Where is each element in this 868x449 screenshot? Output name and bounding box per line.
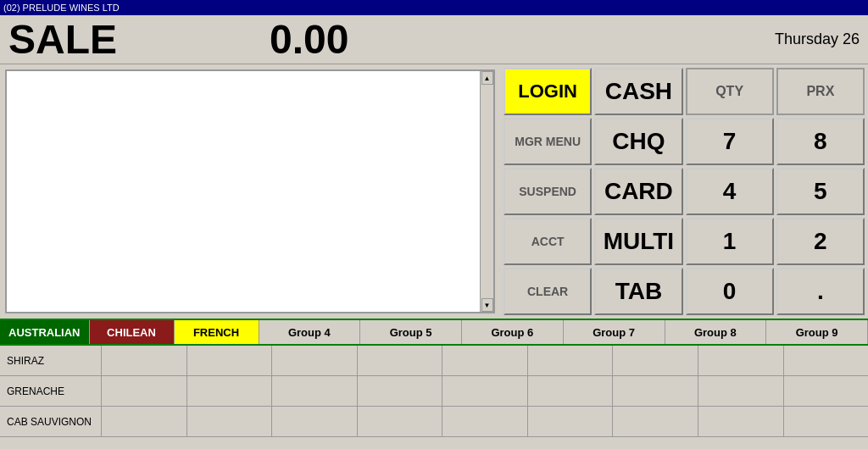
product-label: SHIRAZ [0, 346, 102, 375]
product-cell[interactable] [187, 407, 273, 436]
header: SALE 0.00 Thursday 26 [0, 15, 868, 64]
table-row: SHIRAZ [0, 346, 868, 376]
num5-button[interactable]: 5 [776, 168, 865, 215]
multi-button[interactable]: MULTI [594, 218, 682, 265]
product-cell[interactable] [102, 346, 187, 375]
suspend-button[interactable]: SUSPEND [504, 168, 592, 215]
dot-button[interactable]: . [776, 268, 865, 315]
product-cell[interactable] [784, 407, 869, 436]
cat-tab-2[interactable]: FRENCH [175, 320, 259, 344]
product-cell[interactable] [528, 346, 614, 375]
table-row: GRENACHE [0, 376, 868, 407]
table-row: CAB SAUVIGNON [0, 407, 868, 437]
sale-amount: 0.00 [270, 19, 348, 60]
product-label: CAB SAUVIGNON [0, 407, 102, 436]
product-cell[interactable] [442, 407, 528, 436]
main-area: ▲ ▼ LOGIN CASH QTY PRX MGR MENU CHQ 7 8 … [0, 64, 868, 319]
cat-tab-4[interactable]: Group 5 [360, 320, 462, 344]
product-grid: SHIRAZGRENACHECAB SAUVIGNON [0, 346, 868, 437]
category-tabs: AUSTRALIANCHILEANFRENCHGroup 4Group 5Gro… [0, 319, 868, 346]
cat-tab-1[interactable]: CHILEAN [90, 320, 175, 344]
product-cell[interactable] [102, 407, 187, 436]
cat-tab-6[interactable]: Group 7 [564, 320, 665, 344]
num1-button[interactable]: 1 [686, 218, 774, 265]
product-cell[interactable] [187, 346, 273, 375]
product-cell[interactable] [358, 407, 443, 436]
cat-tab-5[interactable]: Group 6 [462, 320, 564, 344]
chq-button[interactable]: CHQ [594, 118, 682, 165]
product-cell[interactable] [358, 346, 443, 375]
product-cell[interactable] [613, 407, 698, 436]
button-grid: LOGIN CASH QTY PRX MGR MENU CHQ 7 8 SUSP… [500, 64, 868, 319]
cat-tab-7[interactable]: Group 8 [665, 320, 767, 344]
prx-header: PRX [776, 68, 865, 115]
product-cell[interactable] [442, 376, 528, 406]
product-cell[interactable] [613, 376, 698, 406]
title-bar: (02) PRELUDE WINES LTD [0, 0, 868, 15]
product-cell[interactable] [698, 376, 784, 406]
product-cell[interactable] [358, 376, 443, 406]
product-cell[interactable] [528, 376, 614, 406]
date-display: Thursday 26 [775, 30, 860, 48]
acct-button[interactable]: ACCT [504, 218, 592, 265]
cat-tab-0[interactable]: AUSTRALIAN [0, 320, 90, 344]
product-cell[interactable] [698, 407, 784, 436]
product-cell[interactable] [272, 346, 358, 375]
product-cell[interactable] [272, 407, 358, 436]
sale-label: SALE [8, 19, 117, 60]
num4-button[interactable]: 4 [686, 168, 774, 215]
cat-tab-8[interactable]: Group 9 [766, 320, 868, 344]
clear-button[interactable]: CLEAR [504, 268, 592, 315]
num2-button[interactable]: 2 [776, 218, 865, 265]
scroll-up-button[interactable]: ▲ [481, 71, 493, 85]
cash-button[interactable]: CASH [594, 68, 682, 115]
product-cell[interactable] [784, 346, 869, 375]
receipt-area: ▲ ▼ [5, 69, 495, 313]
num8-button[interactable]: 8 [776, 118, 865, 165]
product-cell[interactable] [442, 346, 528, 375]
product-cell[interactable] [102, 376, 187, 406]
product-cell[interactable] [698, 346, 784, 375]
card-button[interactable]: CARD [594, 168, 682, 215]
receipt-scrollbar: ▲ ▼ [480, 71, 493, 312]
scroll-down-button[interactable]: ▼ [481, 298, 493, 312]
login-button[interactable]: LOGIN [504, 68, 592, 115]
product-cell[interactable] [784, 376, 869, 406]
tab-button[interactable]: TAB [594, 268, 682, 315]
product-cell[interactable] [528, 407, 614, 436]
cat-tab-3[interactable]: Group 4 [259, 320, 361, 344]
qty-header: QTY [686, 68, 774, 115]
title-bar-label: (02) PRELUDE WINES LTD [3, 3, 120, 13]
product-cell[interactable] [187, 376, 273, 406]
num7-button[interactable]: 7 [686, 118, 774, 165]
product-label: GRENACHE [0, 376, 102, 406]
num0-button[interactable]: 0 [686, 268, 774, 315]
product-cell[interactable] [272, 376, 358, 406]
product-cell[interactable] [613, 346, 698, 375]
mgr-menu-button[interactable]: MGR MENU [504, 118, 592, 165]
